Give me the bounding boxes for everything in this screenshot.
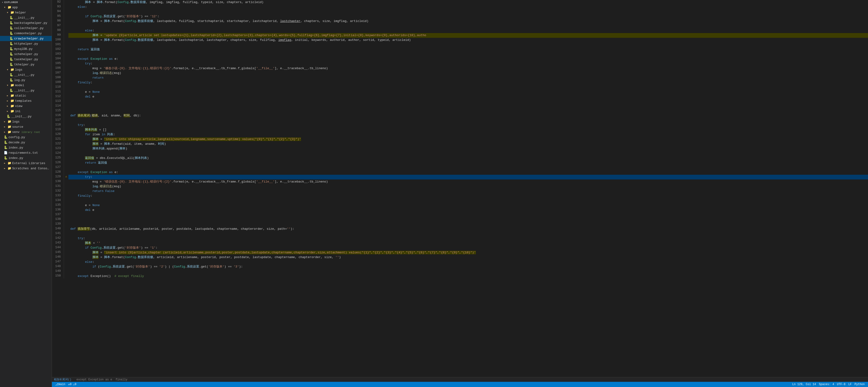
code-line-129: 129 ⚠ try: [52,175,868,179]
code-line-135: 135 e = None [52,203,868,208]
line-content: def 插加章节(db, articleid, articlename, pos… [68,227,868,231]
folder-static[interactable]: ▸ 📁 static [0,93,52,98]
position-indicator[interactable]: Ln 129, Col 14 [791,383,817,386]
file-label: taskhelper.py [14,58,38,61]
error-count[interactable]: ✕ 0 ⚠ 0 [67,382,78,387]
file-config[interactable]: 🐍 config.py [0,135,52,140]
line-gutter [64,61,68,66]
folder-icon: ▾ 📁 [4,5,11,9]
line-number: 125 [52,156,64,160]
file-log[interactable]: 🐍 log.py [0,78,52,83]
line-content: finally: [68,194,868,198]
folder-view[interactable]: ▸ 📁 view [0,103,52,109]
line-content: except Exception as e: [68,170,868,175]
folder-logs[interactable]: ▾ 📁 logs [0,67,52,72]
line-ending-indicator[interactable]: LF [847,383,853,386]
file-label: index.py [8,146,23,149]
encoding-label: UTF-8 [837,383,845,386]
code-line-107: 107 log.错误日志(msg) [52,71,868,76]
line-gutter [64,0,68,5]
file-decode[interactable]: 🐍 decode.py [0,140,52,145]
python-file-icon: 🐍 [9,47,13,51]
code-line-113: 113 [52,99,868,104]
folder-label: source [12,125,23,129]
line-gutter [64,179,68,184]
line-gutter [64,94,68,99]
line-content: 脚本 = 脚本.format(Config.数据库前缀, lastupdate,… [68,19,868,24]
file-collecthelper[interactable]: 🐍 collecthelper.py [0,26,52,31]
file-schehelper[interactable]: 🐍 schehelper.py [0,52,52,57]
file-label: log.py [14,79,25,82]
python-file-icon: 🐍 [9,31,13,35]
explorer-header[interactable]: ▾ EXPLORER [0,0,52,5]
line-number: 110 [52,85,64,90]
folder-label: External Libraries [12,161,45,165]
line-number: 149 [52,269,64,274]
line-number: 96 [52,19,64,24]
folder-venv[interactable]: ▸ 📁 venv library root [0,129,52,135]
line-number: 150 [52,274,64,279]
folder-icon: ▸ 📁 [7,109,14,113]
file-explorer: ▾ EXPLORER ▾ 📁 app ▾ 📁 helper 🐍 __init__… [0,0,52,387]
folder-icon: ▸ 📁 [4,161,11,165]
line-gutter [64,5,68,9]
line-number: 115 [52,109,64,113]
file-requirements[interactable]: 📄 requirements.txt [0,150,52,155]
line-number: 137 [52,212,64,217]
folder-helper[interactable]: ▾ 📁 helper [0,10,52,15]
file-app-init[interactable]: 🐍 __init__.py [0,114,52,119]
warning-icon: ⚠ [73,383,74,386]
file-crawlerhelper[interactable]: 🐍 crawlerhelper.py [0,36,52,41]
line-gutter [64,198,68,203]
file-commonhelper[interactable]: 🐍 commonhelper.py [0,31,52,36]
python-file-icon: 🐍 [9,57,13,61]
folder-icon: ▾ 📁 [7,11,14,14]
line-number: 113 [52,99,64,104]
line-number: 118 [52,123,64,127]
file-mysqldb[interactable]: 🐍 mysqlDB.py [0,46,52,52]
file-init-helper[interactable]: 🐍 __init__.py [0,15,52,20]
file-index2[interactable]: 🐍 index.py [0,155,52,160]
line-number: 119 [52,127,64,132]
line-gutter [64,66,68,71]
folder-external-libs[interactable]: ▸ 📁 External Libraries [0,160,52,166]
line-gutter: ⚠ [64,175,68,179]
line-content: msg = '错误信息-{0}. 文件地址:{1},错误行号:{2}'.form… [68,179,868,184]
line-number: 145 [52,250,64,255]
line-number: 103 [52,52,64,57]
folder-model[interactable]: ▾ 📁 model [0,83,52,88]
code-editor[interactable]: 92 脚本 = 脚本.format(Config.数据库前缀, imgflag,… [52,0,868,377]
file-init-model[interactable]: 🐍 __init__.py [0,88,52,93]
file-label: decode.py [8,141,25,144]
folder-icon: ▸ 📁 [4,130,11,134]
file-init-logs[interactable]: 🐍 __init__.py [0,72,52,78]
folder-source[interactable]: ▸ 📁 source [0,124,52,129]
python-file-icon: 🐍 [4,141,7,144]
code-line-147: 147 else: [52,260,868,264]
line-number: 112 [52,94,64,99]
python-file-icon: 🐍 [4,135,7,139]
folder-templates[interactable]: ▸ 📁 templates [0,98,52,103]
folder-logs-root[interactable]: ▸ 📁 logs [0,119,52,124]
folder-scratches[interactable]: ▸ 📁 Scratches and Consoles [0,166,52,171]
code-line-108: 108 return [52,76,868,80]
encoding-indicator[interactable]: UTF-8 [835,383,847,386]
folder-icon: ▾ 📁 [7,68,14,71]
code-line-148: 148 if (Config.系统设置.get('封存版本') == '2') … [52,264,868,269]
folder-icon: ▸ 📁 [7,99,14,103]
code-line-102: 102 return 返回值 [52,47,868,52]
language-indicator[interactable]: Python [853,383,866,386]
git-branch[interactable]: ⎇ main [54,382,67,387]
file-tkhelper[interactable]: 🐍 tkhelper.py [0,62,52,67]
spaces-indicator[interactable]: Spaces: 4 [817,383,836,386]
line-content: del e [68,94,868,99]
folder-ini[interactable]: ▸ 📁 ini [0,109,52,114]
folder-app[interactable]: ▾ 📁 app [0,5,52,10]
folder-app-label: app [12,6,18,9]
file-index[interactable]: 🐍 index.py [0,145,52,150]
line-gutter [64,231,68,236]
file-label: httphelper.py [14,42,38,46]
file-httphelper[interactable]: 🐍 httphelper.py [0,41,52,46]
file-backstagehelper[interactable]: 🐍 backstagehelper.py [0,20,52,26]
file-taskhelper[interactable]: 🐍 taskhelper.py [0,57,52,62]
